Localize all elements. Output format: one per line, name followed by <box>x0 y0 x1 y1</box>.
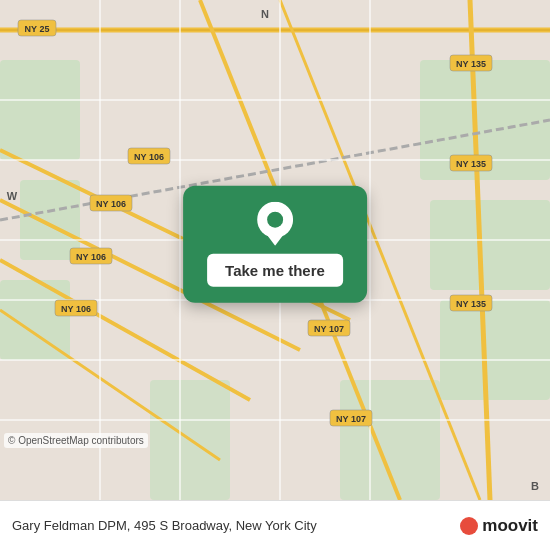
svg-text:NY 135: NY 135 <box>456 299 486 309</box>
svg-text:B: B <box>531 480 539 492</box>
svg-point-55 <box>267 212 283 228</box>
bottom-bar: Gary Feldman DPM, 495 S Broadway, New Yo… <box>0 500 550 550</box>
svg-text:NY 106: NY 106 <box>96 199 126 209</box>
svg-text:NY 106: NY 106 <box>134 152 164 162</box>
svg-text:NY 106: NY 106 <box>61 304 91 314</box>
svg-text:NY 106: NY 106 <box>76 252 106 262</box>
map-container: NY 25 NY 135 NY 135 NY 135 NY 106 NY 106… <box>0 0 550 500</box>
moovit-text: moovit <box>482 516 538 536</box>
location-pin-icon <box>253 202 297 246</box>
svg-rect-7 <box>340 380 440 500</box>
svg-rect-2 <box>20 180 80 260</box>
svg-text:NY 135: NY 135 <box>456 159 486 169</box>
moovit-logo: moovit <box>460 516 538 536</box>
svg-text:NY 135: NY 135 <box>456 59 486 69</box>
svg-rect-5 <box>430 200 550 290</box>
svg-marker-56 <box>263 230 287 246</box>
osm-credit: © OpenStreetMap contributors <box>4 433 148 448</box>
take-me-there-button[interactable]: Take me there <box>207 254 343 287</box>
location-card: Take me there <box>183 186 367 303</box>
svg-text:NY 107: NY 107 <box>336 414 366 424</box>
svg-rect-6 <box>440 300 550 400</box>
svg-text:W: W <box>7 190 18 202</box>
moovit-dot-icon <box>460 517 478 535</box>
svg-rect-1 <box>0 60 80 160</box>
svg-text:NY 107: NY 107 <box>314 324 344 334</box>
svg-text:NY 25: NY 25 <box>25 24 50 34</box>
svg-text:N: N <box>261 8 269 20</box>
address-label: Gary Feldman DPM, 495 S Broadway, New Yo… <box>12 518 460 533</box>
